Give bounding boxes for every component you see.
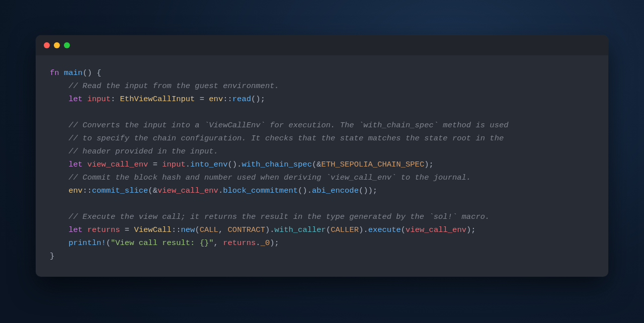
- minimize-icon[interactable]: [54, 42, 60, 48]
- fn-with_chain_spec: with_chain_spec: [242, 160, 312, 169]
- punct: .: [186, 160, 190, 169]
- code-window: fn main() { // Read the input from the g…: [36, 35, 608, 277]
- const-eth-sepolia: ETH_SEPOLIA_CHAIN_SPEC: [321, 160, 425, 169]
- ident-returns: returns: [223, 238, 256, 248]
- fn-println: println!: [68, 238, 106, 248]
- punct: ,: [214, 238, 223, 248]
- keyword-let: let: [68, 160, 83, 169]
- amp: &: [153, 186, 157, 195]
- comment: // to specify the chain configuration. I…: [68, 134, 504, 143]
- comment: // Read the input from the guest environ…: [68, 82, 279, 91]
- punct: (: [106, 238, 111, 248]
- brace-close: }: [50, 252, 54, 261]
- ident-vce: view_call_env: [157, 186, 218, 195]
- punct: );: [466, 225, 476, 234]
- punct: ,: [218, 225, 228, 234]
- window-titlebar: [36, 35, 608, 55]
- mod-env: env: [68, 186, 83, 195]
- punct: .: [256, 238, 260, 248]
- const-contract: CONTRACT: [228, 225, 265, 234]
- ident-vce: view_call_env: [406, 225, 466, 234]
- punct: ().: [298, 186, 312, 195]
- punct: ());: [359, 186, 377, 195]
- punct: (: [148, 186, 152, 195]
- punct: () {: [83, 68, 101, 77]
- fn-with_caller: with_caller: [275, 225, 326, 234]
- punct: =: [148, 160, 162, 169]
- punct: (: [401, 225, 406, 234]
- zoom-icon[interactable]: [64, 42, 70, 48]
- punct: (: [312, 160, 316, 169]
- mod-env: env: [209, 95, 223, 104]
- field-_0: _0: [261, 238, 270, 248]
- punct: ).: [265, 225, 275, 234]
- close-icon[interactable]: [44, 42, 50, 48]
- punct: (: [326, 225, 331, 234]
- punct: ::: [223, 95, 232, 104]
- fn-main: main: [64, 68, 83, 77]
- punct: .: [218, 186, 223, 195]
- ident-input: input: [162, 160, 186, 169]
- keyword-let: let: [68, 95, 83, 104]
- type-ethviewcallinput: EthViewCallInput: [120, 95, 195, 104]
- ident-returns: returns: [87, 225, 120, 234]
- fn-read: read: [232, 95, 251, 104]
- punct: );: [424, 160, 434, 169]
- comment: // Commit the block hash and number used…: [68, 173, 471, 182]
- fn-execute: execute: [368, 225, 401, 234]
- fn-block_commitment: block_commitment: [223, 186, 298, 195]
- punct: ();: [251, 95, 265, 104]
- fn-new: new: [181, 225, 195, 234]
- fn-into_env: into_env: [190, 160, 227, 169]
- punct: (: [195, 225, 199, 234]
- comment: // Execute the view call; it returns the…: [68, 212, 490, 221]
- punct: ().: [228, 160, 242, 169]
- keyword-let: let: [68, 225, 83, 234]
- punct: ).: [359, 225, 368, 234]
- punct: =: [120, 225, 134, 234]
- type-viewcall: ViewCall: [134, 225, 171, 234]
- punct: );: [270, 238, 279, 248]
- canvas: fn main() { // Read the input from the g…: [0, 0, 644, 323]
- comment: // Converts the input into a `ViewCallEn…: [68, 121, 508, 130]
- string-literal: "View call result: {}": [111, 238, 214, 248]
- punct: ::: [83, 186, 92, 195]
- comment: // header provided in the input.: [68, 147, 218, 156]
- amp: &: [316, 160, 321, 169]
- fn-commit_slice: commit_slice: [92, 186, 148, 195]
- keyword-fn: fn: [50, 68, 59, 77]
- const-caller: CALLER: [331, 225, 359, 234]
- code-block: fn main() { // Read the input from the g…: [36, 55, 608, 277]
- const-call: CALL: [200, 225, 218, 234]
- punct: ::: [172, 225, 181, 234]
- fn-abi_encode: abi_encode: [312, 186, 359, 195]
- punct: =: [195, 95, 209, 104]
- ident-input: input: [87, 95, 111, 104]
- punct: :: [111, 95, 120, 104]
- ident-vce: view_call_env: [87, 160, 148, 169]
